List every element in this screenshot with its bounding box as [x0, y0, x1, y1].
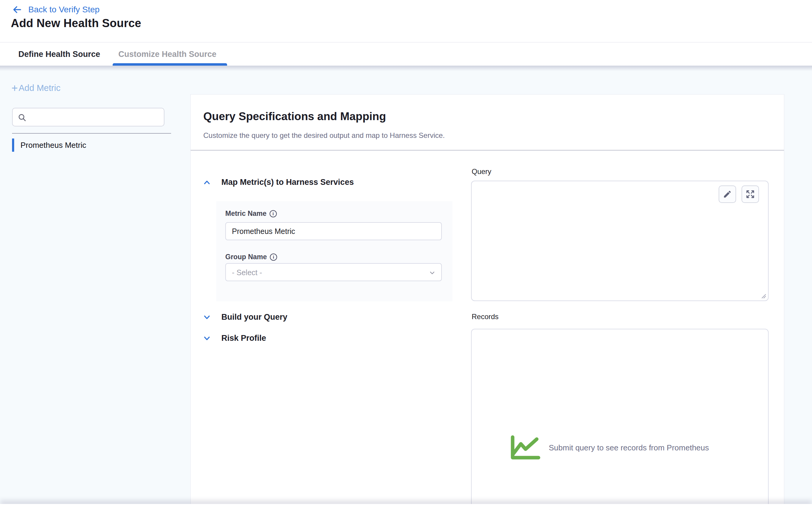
section-map-metrics[interactable]: Map Metric(s) to Harness Services [203, 178, 354, 187]
group-name-select[interactable]: - Select - [225, 263, 442, 281]
records-label: Records [472, 312, 498, 321]
records-panel: Submit query to see records from Prometh… [471, 329, 768, 510]
info-icon[interactable]: i [270, 253, 277, 261]
back-link[interactable]: Back to Verify Step [12, 4, 100, 16]
pencil-icon [723, 190, 732, 199]
edit-query-button[interactable] [719, 185, 736, 203]
arrow-left-icon [12, 4, 22, 15]
resize-grip-icon[interactable] [760, 292, 766, 299]
search-input[interactable] [30, 109, 162, 126]
page-header: Back to Verify Step Add New Health Sourc… [0, 0, 812, 42]
query-label: Query [472, 168, 491, 176]
metric-name-field[interactable] [225, 222, 442, 240]
tab-bar: Define Health Source Customize Health So… [0, 42, 812, 66]
search-icon [18, 113, 27, 123]
chevron-down-icon [203, 334, 211, 342]
card-subtitle: Customize the query to get the desired o… [203, 131, 445, 140]
plus-icon: + [11, 84, 18, 92]
metric-name-label-row: Metric Name i [225, 210, 277, 218]
expand-query-button[interactable] [742, 185, 759, 203]
card-title: Query Specifications and Mapping [203, 110, 386, 123]
group-name-label-row: Group Name i [225, 253, 277, 261]
group-name-placeholder: - Select - [232, 264, 262, 281]
chevron-down-icon [429, 269, 436, 276]
page-title: Add New Health Source [11, 17, 141, 30]
metric-item-label: Prometheus Metric [21, 141, 86, 150]
card-divider [191, 150, 784, 151]
section-label: Risk Profile [221, 334, 266, 343]
metric-list-item-prometheus[interactable]: Prometheus Metric [12, 138, 171, 152]
section-build-your-query[interactable]: Build your Query [203, 312, 287, 322]
tab-define-health-source[interactable]: Define Health Source [18, 42, 100, 66]
section-risk-profile[interactable]: Risk Profile [203, 334, 266, 343]
metric-search [12, 108, 165, 126]
map-metric-panel: Metric Name i Group Name i - Select - [216, 201, 453, 301]
metric-name-label: Metric Name [225, 210, 266, 218]
back-link-label: Back to Verify Step [28, 5, 100, 14]
footer-shadow-bar [0, 504, 812, 510]
selected-indicator-bar [12, 139, 14, 152]
active-tab-underline [113, 63, 227, 66]
query-specifications-card: Query Specifications and Mapping Customi… [190, 94, 784, 510]
section-label: Build your Query [221, 312, 287, 322]
records-empty-state: Submit query to see records from Prometh… [510, 435, 709, 460]
add-metric-button[interactable]: + Add Metric [11, 83, 61, 93]
query-textarea[interactable] [471, 181, 768, 301]
chevron-down-icon [203, 313, 211, 322]
expand-arrows-icon [746, 190, 755, 199]
info-icon[interactable]: i [269, 210, 277, 217]
section-label: Map Metric(s) to Harness Services [221, 178, 354, 187]
records-empty-text: Submit query to see records from Prometh… [549, 443, 709, 452]
group-name-label: Group Name [225, 253, 267, 261]
tab-customize-health-source[interactable]: Customize Health Source [118, 42, 216, 66]
add-metric-label: Add Metric [19, 83, 61, 93]
chart-line-icon [510, 435, 541, 460]
sidebar-divider [12, 133, 171, 134]
chevron-up-icon [203, 178, 211, 187]
metrics-sidebar: + Add Metric Prometheus Metric [0, 66, 190, 510]
